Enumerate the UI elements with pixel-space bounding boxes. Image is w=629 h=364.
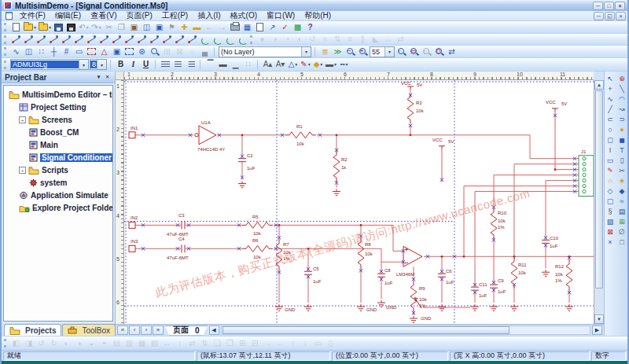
line-width-button[interactable]: ▬▾ (325, 59, 337, 70)
sheet-tab-page-0[interactable]: 页面 0 (164, 325, 208, 336)
menu-i[interactable]: 插入(I) (193, 10, 225, 21)
font-smaller-button[interactable]: A▾ (274, 59, 286, 70)
dash-box-button[interactable] (123, 46, 135, 57)
sim-stop-button[interactable]: ◐ (294, 34, 306, 45)
scroll-right-button[interactable]: ▶ (592, 325, 602, 335)
open-project-button[interactable]: ▾ (38, 22, 52, 33)
menu-p[interactable]: 工程(P) (157, 10, 193, 21)
mdi-restore-button[interactable]: ◱ (605, 12, 615, 20)
shade-1-button[interactable]: ◐ (61, 338, 72, 349)
origin-tool-button[interactable]: # (61, 46, 72, 57)
font-size-combo[interactable]: 8▾ (90, 59, 107, 70)
align-center-button[interactable] (172, 59, 184, 70)
capacitor-c11[interactable] (471, 287, 479, 290)
underline-button[interactable]: U (140, 59, 152, 70)
flip-vertical-button[interactable]: ◨ (23, 338, 35, 349)
resistor-r1[interactable] (285, 132, 316, 138)
menu-o[interactable]: 格式(O) (226, 10, 262, 21)
menu-v[interactable]: 查看(V) (86, 10, 121, 21)
tree-item-screens[interactable]: -Screens (4, 113, 112, 126)
wire-tool-13-button[interactable] (161, 34, 173, 45)
capacitor-c9[interactable] (490, 285, 498, 288)
font-combo-dropdown[interactable]: ▾ (79, 60, 88, 69)
flag-button[interactable]: ⚑ (166, 22, 178, 33)
stretch-h-button[interactable]: ↔ (161, 338, 173, 349)
print-preview-button[interactable] (254, 22, 266, 33)
scroll-left-button[interactable]: ◀ (209, 325, 219, 335)
menu-h[interactable]: 帮助(H) (300, 10, 336, 21)
zoom-combo-dropdown[interactable]: ▾ (384, 47, 394, 57)
line-style-button[interactable]: ╍▾ (338, 59, 350, 70)
toolbar-grip[interactable] (4, 47, 7, 56)
curve-tool-1-button[interactable] (199, 34, 211, 45)
grid-dots-button[interactable]: ∷ (35, 46, 47, 57)
zoom-in-button[interactable]: + (357, 46, 369, 57)
resistor-r12[interactable] (566, 260, 572, 291)
table-tool-button[interactable]: ⊞ (616, 217, 627, 226)
inverter-u1a[interactable] (199, 126, 216, 145)
zoom-all-button[interactable]: ◻ (433, 46, 445, 57)
horizontal-scroll-track[interactable] (221, 325, 590, 335)
link-tool-button[interactable]: ⇄ (446, 46, 458, 57)
toolbar-grip[interactable] (4, 35, 7, 44)
wire-tool-15-button[interactable] (186, 34, 198, 45)
note-box-button[interactable]: ▯ (616, 156, 627, 165)
remove-item-button[interactable]: ▬ (191, 22, 203, 33)
ibeam-tool-button[interactable]: I (605, 145, 616, 155)
cut-button[interactable]: ✂ (103, 22, 115, 33)
pan-hand-button[interactable]: ○ (186, 46, 198, 57)
resistor-r8[interactable] (358, 238, 364, 269)
font-combo[interactable]: ADMUI3Lg▾ (10, 59, 89, 70)
panel-close-button[interactable]: × (103, 73, 112, 81)
filled-circle-button[interactable]: ● (616, 125, 627, 134)
diagonal-tool-button[interactable]: ╱ (605, 105, 616, 114)
toolbar-grip[interactable] (4, 339, 7, 347)
first-sheet-button[interactable]: « (117, 325, 128, 335)
wire-tool-4-button[interactable] (48, 34, 60, 45)
snap-grid-button[interactable]: ┼ (48, 46, 60, 57)
sim-pause-button[interactable]: ◑ (269, 34, 281, 45)
wire-tool-7-button[interactable] (86, 34, 97, 45)
connector-j1[interactable] (579, 156, 594, 197)
toolbar-grip[interactable] (4, 61, 7, 69)
wire-tool-11-button[interactable] (136, 34, 148, 45)
shade-4-button[interactable]: ◓ (98, 338, 110, 349)
wire-tool-10-button[interactable] (123, 34, 135, 45)
rotate-left-button[interactable]: ↺ (35, 338, 47, 349)
null-tool-button[interactable]: ∅ (616, 227, 627, 237)
send-back-button[interactable]: ⊟ (249, 338, 261, 349)
vertical-scrollbar[interactable]: ▲ ▼ (594, 80, 604, 324)
resistor-r6[interactable] (242, 245, 273, 252)
capacitor-c4[interactable] (182, 245, 185, 252)
curve-tool-2-button[interactable] (212, 34, 223, 45)
component-tool-button[interactable]: ◫ (23, 46, 35, 57)
resistor-r11[interactable] (511, 258, 517, 289)
next-sheet-button[interactable]: › (141, 325, 152, 335)
port-in3[interactable] (129, 245, 135, 252)
transform-1-button[interactable]: ⊞ (161, 46, 173, 57)
window-minimize-button[interactable]: ─ (593, 2, 603, 10)
move-to-layer-button[interactable]: ≫ (332, 46, 344, 57)
frame-tool-button[interactable]: ▭ (73, 46, 85, 57)
menu-p[interactable]: 页面(P) (121, 10, 156, 21)
flip-horizontal-button[interactable]: ◧ (10, 338, 22, 349)
opamp-lm346[interactable] (403, 246, 422, 267)
curve-left-button[interactable]: ⊂ (605, 115, 616, 124)
new-button[interactable] (10, 22, 22, 33)
vertical-scroll-track[interactable] (595, 90, 603, 314)
zoom-selection-button[interactable]: ▫ (421, 46, 432, 57)
text-tool-button[interactable]: T (616, 145, 627, 155)
horizontal-scroll-thumb[interactable] (223, 326, 509, 334)
hatch-1-button[interactable]: ▤ (616, 207, 627, 216)
capacitor-c8[interactable] (377, 274, 385, 277)
fill-color-button[interactable]: ◆▾ (312, 59, 324, 70)
undo-button[interactable]: ↶▾ (78, 22, 90, 33)
layer-combo[interactable]: (No Layer)▾ (219, 46, 311, 57)
inspect-tool-button[interactable] (149, 46, 160, 57)
zoom-out-button[interactable]: − (344, 46, 356, 57)
zoom-window-button[interactable]: ▫ (395, 46, 407, 57)
tree-item-system[interactable]: system (4, 176, 112, 189)
font-larger-button[interactable]: A▴ (262, 59, 274, 70)
align-right-button[interactable] (185, 59, 197, 70)
vertical-scroll-thumb[interactable] (595, 90, 603, 289)
